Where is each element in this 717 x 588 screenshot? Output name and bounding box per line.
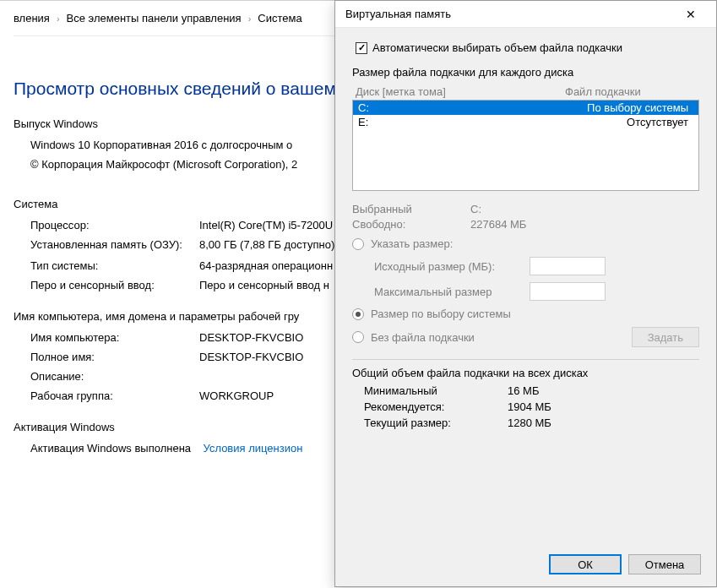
pen-label: Перо и сенсорный ввод: bbox=[30, 279, 199, 291]
initial-size-label: Исходный размер (МБ): bbox=[374, 260, 530, 273]
close-button[interactable]: ✕ bbox=[671, 3, 709, 26]
activation-status: Активация Windows выполнена bbox=[30, 442, 191, 455]
cpu-value: Intel(R) Core(TM) i5-7200U bbox=[199, 219, 333, 231]
breadcrumb-item[interactable]: Система bbox=[258, 12, 301, 24]
dialog-titlebar[interactable]: Виртуальная память ✕ bbox=[335, 1, 716, 28]
radio-custom-label: Указать размер: bbox=[371, 237, 453, 250]
drive-cell: C: bbox=[358, 101, 546, 114]
free-space-label: Свободно: bbox=[352, 218, 470, 231]
full-name-label: Полное имя: bbox=[30, 351, 199, 363]
license-link[interactable]: Условия лицензион bbox=[204, 442, 303, 455]
cpu-label: Процессор: bbox=[30, 219, 199, 231]
pagefile-cell: Отсутствует bbox=[546, 116, 693, 128]
recommended-label: Рекомендуется: bbox=[364, 400, 508, 413]
auto-manage-checkbox[interactable] bbox=[356, 42, 367, 54]
computer-name-label: Имя компьютера: bbox=[30, 331, 199, 344]
drive-row-c[interactable]: C: По выбору системы bbox=[353, 101, 698, 115]
recommended-value: 1904 МБ bbox=[508, 400, 551, 413]
type-value: 64-разрядная операционн bbox=[199, 259, 333, 272]
auto-manage-label: Автоматически выбирать объем файла подка… bbox=[372, 41, 622, 54]
min-label: Минимальный bbox=[364, 384, 508, 397]
radio-custom-size[interactable] bbox=[352, 238, 364, 250]
ram-value: 8,00 ГБ (7,88 ГБ доступно) bbox=[199, 238, 334, 251]
max-size-input[interactable] bbox=[530, 282, 606, 301]
divider bbox=[352, 359, 699, 360]
radio-system-managed[interactable] bbox=[352, 308, 364, 320]
pen-value: Перо и сенсорный ввод н bbox=[199, 279, 329, 291]
radio-system-label: Размер по выбору системы bbox=[371, 308, 511, 320]
radio-no-label: Без файла подкачки bbox=[371, 331, 475, 344]
current-label: Текущий размер: bbox=[364, 416, 508, 429]
total-group-label: Общий объем файла подкачки на всех диска… bbox=[352, 367, 699, 379]
workgroup-value: WORKGROUP bbox=[199, 389, 274, 402]
type-label: Тип системы: bbox=[30, 259, 199, 272]
description-label: Описание: bbox=[30, 370, 199, 383]
selected-drive-label: Выбранный bbox=[352, 203, 470, 215]
workgroup-label: Рабочая группа: bbox=[30, 389, 199, 402]
current-value: 1280 МБ bbox=[508, 416, 551, 429]
selected-drive-value: C: bbox=[470, 203, 481, 215]
chevron-right-icon: › bbox=[247, 14, 253, 24]
initial-size-input[interactable] bbox=[530, 257, 606, 275]
drives-listbox[interactable]: C: По выбору системы E: Отсутствует bbox=[352, 100, 699, 191]
chevron-right-icon: › bbox=[55, 14, 62, 24]
drive-row-e[interactable]: E: Отсутствует bbox=[353, 115, 698, 129]
drive-cell: E: bbox=[358, 116, 546, 128]
col-file-header: Файл подкачки bbox=[565, 85, 696, 98]
cancel-button[interactable]: Отмена bbox=[628, 554, 701, 574]
max-size-label: Максимальный размер bbox=[374, 286, 530, 298]
radio-no-pagefile[interactable] bbox=[352, 331, 364, 343]
min-value: 16 МБ bbox=[508, 384, 539, 397]
col-drive-header: Диск [метка тома] bbox=[356, 85, 565, 98]
ram-label: Установленная память (ОЗУ): bbox=[30, 238, 199, 253]
per-drive-group-label: Размер файла подкачки для каждого диска bbox=[352, 66, 699, 79]
virtual-memory-dialog: Виртуальная память ✕ Автоматически выбир… bbox=[334, 0, 717, 587]
close-icon: ✕ bbox=[686, 8, 696, 21]
full-name-value: DESKTOP-FKVCBIO bbox=[199, 351, 303, 363]
computer-name-value: DESKTOP-FKVCBIO bbox=[199, 331, 303, 344]
ok-button[interactable]: ОК bbox=[549, 554, 622, 574]
free-space-value: 227684 МБ bbox=[470, 218, 526, 231]
breadcrumb-item[interactable]: вления bbox=[14, 12, 50, 24]
pagefile-cell: По выбору системы bbox=[546, 101, 693, 114]
breadcrumb-item[interactable]: Все элементы панели управления bbox=[67, 12, 242, 24]
set-button[interactable]: Задать bbox=[632, 327, 699, 347]
dialog-title: Виртуальная память bbox=[345, 8, 671, 20]
